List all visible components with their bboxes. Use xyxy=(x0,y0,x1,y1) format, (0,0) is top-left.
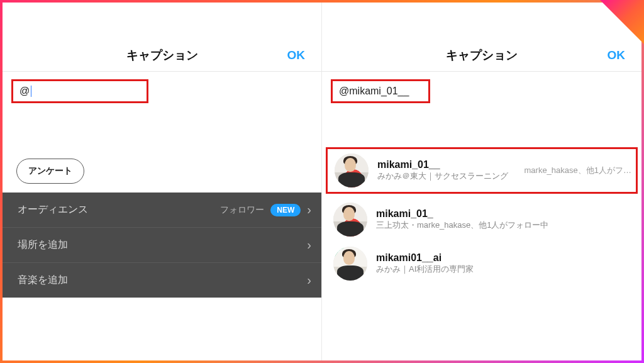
audience-row[interactable]: オーディエンス フォロワー NEW › xyxy=(3,193,321,228)
audience-label: オーディエンス xyxy=(18,203,88,216)
add-music-row[interactable]: 音楽を追加 › xyxy=(3,263,321,298)
add-music-label: 音楽を追加 xyxy=(18,274,68,287)
suggestion-username: mikami01__ai xyxy=(376,252,633,264)
suggestion-row[interactable]: mikami01__ai みかみ｜AI利活用の専門家 xyxy=(322,242,641,286)
ok-button[interactable]: OK xyxy=(287,48,306,62)
chevron-right-icon: › xyxy=(307,273,311,288)
left-pane: キャプション OK @ アンケート オーディエンス フォロワー NEW › xyxy=(3,3,322,360)
mention-suggestions: mikami_01__ みかみ＠東大｜サクセスラーニング marke_hakas… xyxy=(322,147,641,286)
suggestion-username: mikami_01_ xyxy=(376,208,633,220)
text-cursor xyxy=(31,86,31,97)
chevron-right-icon: › xyxy=(307,238,311,252)
right-topbar: キャプション OK xyxy=(322,39,641,72)
avatar xyxy=(335,154,369,187)
caption-input[interactable]: @ xyxy=(19,86,30,97)
suggestion-subtitle: みかみ＠東大｜サクセスラーニング xyxy=(377,170,521,182)
caption-input-highlight: @mikami_01__ xyxy=(331,79,430,103)
avatar xyxy=(333,203,367,237)
caption-title: キャプション xyxy=(446,47,518,64)
suggestion-row-highlighted[interactable]: mikami_01__ みかみ＠東大｜サクセスラーニング marke_hakas… xyxy=(326,147,638,194)
chevron-right-icon: › xyxy=(307,203,311,217)
left-topbar: キャプション OK xyxy=(3,39,321,72)
audience-right: フォロワー NEW › xyxy=(220,203,311,217)
suggestion-text: mikami_01__ みかみ＠東大｜サクセスラーニング xyxy=(377,159,521,182)
caption-input-highlight: @ xyxy=(11,79,148,103)
suggestion-row[interactable]: mikami_01_ 三上功太・marke_hakase、他1人がフォロー中 xyxy=(322,198,641,242)
caption-title: キャプション xyxy=(126,47,198,64)
suggestion-tail: marke_hakase、他1人がフ… xyxy=(525,165,632,176)
right-pane: キャプション OK @mikami_01__ mikami_01__ みかみ＠東… xyxy=(322,3,641,360)
dimmed-options-list: オーディエンス フォロワー NEW › 場所を追加 › 音楽を追加 › xyxy=(3,193,321,298)
suggestion-subtitle: 三上功太・marke_hakase、他1人がフォロー中 xyxy=(376,220,633,231)
gradient-frame: キャプション OK @ アンケート オーディエンス フォロワー NEW › xyxy=(0,0,644,363)
survey-pill[interactable]: アンケート xyxy=(16,159,84,184)
add-location-label: 場所を追加 xyxy=(18,238,68,252)
ok-button[interactable]: OK xyxy=(608,48,626,62)
audience-sub: フォロワー xyxy=(220,204,264,216)
add-location-row[interactable]: 場所を追加 › xyxy=(3,228,321,263)
caption-input[interactable]: @mikami_01__ xyxy=(339,86,409,97)
new-badge: NEW xyxy=(270,204,301,216)
canvas: キャプション OK @ アンケート オーディエンス フォロワー NEW › xyxy=(3,3,641,360)
suggestion-subtitle: みかみ｜AI利活用の専門家 xyxy=(376,264,633,275)
suggestion-text: mikami_01_ 三上功太・marke_hakase、他1人がフォロー中 xyxy=(376,208,633,231)
suggestion-text: mikami01__ai みかみ｜AI利活用の専門家 xyxy=(376,252,633,275)
suggestion-username: mikami_01__ xyxy=(377,159,521,170)
avatar xyxy=(333,247,367,281)
